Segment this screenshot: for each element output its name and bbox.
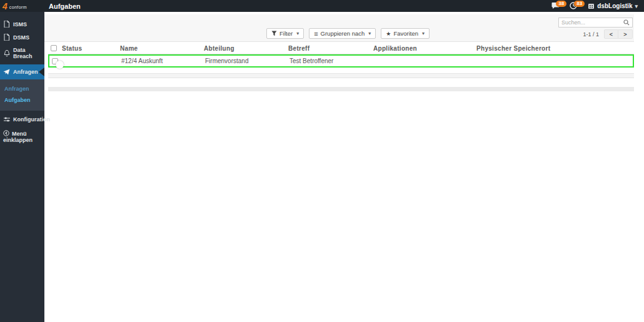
pager-next-button[interactable]: >	[618, 29, 633, 39]
cell-name[interactable]: #12/4 Auskunft	[121, 58, 205, 64]
favorites-button[interactable]: ★ Favoriten ▾	[381, 28, 430, 39]
pager-prev-button[interactable]: <	[604, 29, 618, 39]
logo-mark-icon: 4	[3, 2, 8, 11]
topbar: 4 conform Aufgaben 38 83 dsbLogistik ▾	[0, 0, 644, 12]
sidebar-item-dsms[interactable]: DSMS	[0, 31, 44, 44]
empty-row-stripe	[48, 87, 634, 91]
sidebar-item-label: Konfiguration	[13, 116, 50, 123]
column-header-status[interactable]: Status	[62, 45, 120, 52]
favorites-label: Favoriten	[393, 30, 418, 37]
sidebar-item-collapse-menu[interactable]: Menü einklappen	[0, 126, 38, 146]
filter-button[interactable]: Filter ▾	[266, 28, 304, 39]
activities-badge: 83	[574, 1, 585, 7]
column-header-betreff[interactable]: Betreff	[288, 45, 373, 52]
cell-betreff[interactable]: Test Betroffener	[289, 58, 375, 64]
app-logo[interactable]: 4 conform	[0, 0, 44, 12]
sidebar-item-label: DSMS	[13, 34, 29, 41]
empty-row-stripe	[48, 73, 634, 78]
logo-text: conform	[9, 5, 27, 9]
collapse-circle-icon	[3, 130, 9, 136]
notifications-badge: 38	[556, 1, 566, 7]
sidebar-subitem-anfragen[interactable]: Anfragen	[0, 83, 44, 94]
sidebar-item-isms[interactable]: ISMS	[0, 18, 44, 31]
cell-abteilung[interactable]: Firmenvorstand	[205, 58, 289, 64]
search-input[interactable]	[561, 19, 623, 26]
sidebar-item-data-breach[interactable]: Data Breach	[0, 44, 44, 63]
groupby-label: Gruppieren nach	[321, 30, 365, 37]
column-header-speicherort[interactable]: Physischer Speicherort	[476, 45, 634, 52]
activities-button[interactable]: 83	[570, 2, 579, 10]
sidebar-item-konfiguration[interactable]: Konfiguration	[0, 113, 44, 126]
table-header: Status Name Abteilung Betreff Applikatio…	[48, 43, 634, 54]
bell-icon	[3, 50, 10, 57]
document-icon	[3, 21, 10, 28]
sidebar-submenu: Anfragen Aufgaben	[0, 79, 44, 111]
sidebar-item-label: Data Breach	[13, 47, 42, 59]
topbar-right: 38 83 dsbLogistik ▾	[551, 2, 644, 10]
sliders-icon	[3, 116, 10, 123]
company-name: dsbLogistik	[597, 3, 632, 9]
column-header-applikationen[interactable]: Applikationen	[373, 45, 476, 52]
list-lines-icon: ≡	[314, 30, 318, 38]
main-content: Filter ▾ ≡ Gruppieren nach ▾ ★ Favoriten…	[44, 12, 644, 322]
search-box	[558, 18, 633, 28]
star-icon: ★	[386, 31, 391, 37]
filter-label: Filter	[279, 30, 293, 37]
sidebar-item-label: ISMS	[13, 21, 27, 28]
view-controls: Filter ▾ ≡ Gruppieren nach ▾ ★ Favoriten…	[266, 28, 430, 39]
company-icon	[588, 3, 595, 9]
chevron-down-icon: ▾	[422, 31, 425, 36]
table-row[interactable]: #12/4 Auskunft Firmenvorstand Test Betro…	[48, 54, 634, 68]
pager-range: 1-1 / 1	[583, 31, 599, 38]
sidebar-item-label: Anfragen	[13, 69, 38, 75]
funnel-icon	[271, 31, 277, 36]
search-icon[interactable]	[623, 19, 630, 26]
sidebar-subitem-aufgaben[interactable]: Aufgaben	[0, 94, 44, 106]
page-title: Aufgaben	[49, 3, 551, 10]
chevron-down-icon: ▾	[635, 3, 638, 9]
chevron-down-icon: ▾	[368, 31, 371, 36]
select-all-checkbox[interactable]	[51, 45, 57, 51]
groupby-button[interactable]: ≡ Gruppieren nach ▾	[309, 28, 376, 39]
column-header-name[interactable]: Name	[120, 45, 204, 52]
sidebar-item-anfragen[interactable]: Anfragen	[0, 64, 44, 79]
paper-plane-icon	[3, 69, 10, 75]
chevron-down-icon: ▾	[296, 31, 299, 36]
document-icon	[3, 34, 10, 41]
sidebar: ISMS DSMS Data Breach Anfragen Anfragen …	[0, 12, 44, 322]
company-menu[interactable]: dsbLogistik ▾	[588, 3, 638, 9]
pager: 1-1 / 1 < >	[583, 29, 633, 39]
control-panel: Filter ▾ ≡ Gruppieren nach ▾ ★ Favoriten…	[44, 14, 634, 42]
column-header-abteilung[interactable]: Abteilung	[204, 45, 288, 52]
notifications-button[interactable]: 38	[551, 2, 561, 10]
